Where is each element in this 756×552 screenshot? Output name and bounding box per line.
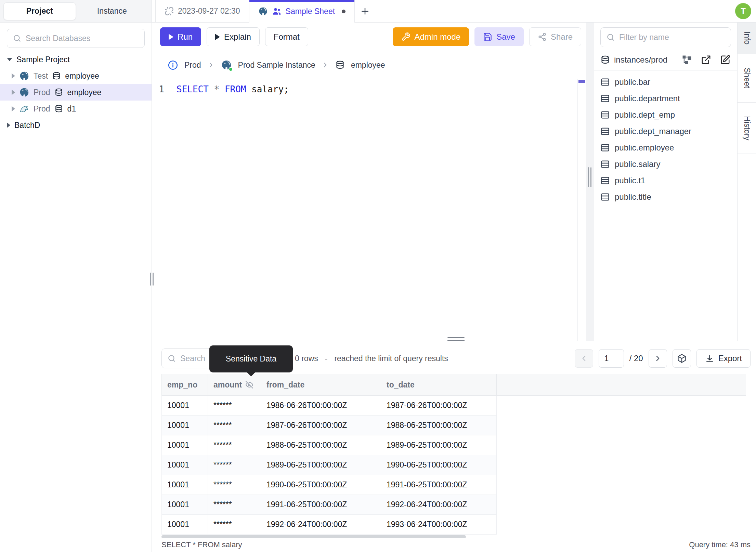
- tab-instance[interactable]: Instance: [76, 2, 148, 20]
- project-label: Sample Project: [16, 55, 70, 64]
- caret-down-icon: [7, 58, 12, 61]
- environment-label: Prod: [34, 88, 50, 97]
- postgres-icon: [19, 71, 29, 81]
- right-resize-handle[interactable]: [588, 167, 591, 187]
- table-list-item[interactable]: public.dept_manager: [594, 123, 737, 140]
- breadcrumb: Prod Prod Sample Instance employee: [152, 51, 577, 79]
- chevron-left-icon: [579, 354, 588, 363]
- chevron-right-icon: [322, 61, 329, 69]
- avatar[interactable]: T: [735, 3, 751, 19]
- breadcrumb-database[interactable]: employee: [351, 61, 385, 70]
- page-number-input[interactable]: [599, 349, 624, 368]
- new-tab-button[interactable]: [355, 0, 375, 22]
- external-link-icon[interactable]: [701, 55, 711, 65]
- unlink-icon: [165, 6, 174, 16]
- column-header-emp-no[interactable]: emp_no: [162, 374, 208, 395]
- table-list: public.bar public.department public.dept…: [594, 70, 737, 205]
- table-filter-input[interactable]: [619, 33, 725, 42]
- tab-label: 2023-09-27 02:30: [178, 6, 240, 16]
- tree-node-database-selected[interactable]: Prod employee: [0, 84, 152, 101]
- format-button[interactable]: Format: [265, 27, 308, 46]
- sql-editor[interactable]: 1 SELECT * FROM salary;: [152, 79, 577, 341]
- table-icon: [600, 192, 610, 202]
- database-icon: [54, 104, 63, 113]
- download-icon: [705, 354, 714, 363]
- left-resize-handle[interactable]: [150, 273, 154, 286]
- database-icon: [600, 55, 610, 65]
- tab-sheet[interactable]: Sheet: [738, 54, 756, 103]
- side-tab-strip: Info Sheet History: [737, 23, 756, 341]
- tab-project[interactable]: Project: [3, 2, 76, 20]
- caret-right-icon: [7, 122, 10, 128]
- package-icon: [677, 354, 687, 363]
- executed-query-text: SELECT * FROM salary: [161, 540, 242, 549]
- column-header-to-date[interactable]: to_date: [381, 374, 497, 395]
- fetch-options-button[interactable]: [673, 349, 691, 368]
- column-header-from-date[interactable]: from_date: [261, 374, 381, 395]
- admin-mode-button[interactable]: Admin mode: [393, 27, 469, 46]
- table-row: 10001******1989-06-25T00:00:00Z1990-06-2…: [162, 455, 497, 475]
- rows-info: 0 rows - reached the limit of query resu…: [295, 349, 448, 368]
- horizontal-scrollbar[interactable]: [161, 535, 466, 538]
- table-list-item[interactable]: public.dept_emp: [594, 107, 737, 123]
- breadcrumb-instance[interactable]: Prod Sample Instance: [238, 61, 315, 70]
- share-button[interactable]: Share: [529, 27, 581, 46]
- search-icon: [606, 33, 615, 42]
- table-icon: [600, 77, 610, 87]
- tab-info[interactable]: Info: [738, 23, 756, 54]
- users-icon: [272, 6, 282, 16]
- table-filter[interactable]: [600, 27, 731, 47]
- search-icon: [167, 354, 176, 363]
- wrench-icon: [401, 32, 410, 41]
- instance-icon-wrap: [221, 60, 232, 70]
- search-icon: [13, 34, 22, 43]
- table-body: 10001******1986-06-26T00:00:00Z1987-06-2…: [161, 396, 497, 535]
- save-button[interactable]: Save: [474, 27, 524, 46]
- code-line: 1 SELECT * FROM salary;: [152, 79, 577, 94]
- table-list-item[interactable]: public.bar: [594, 74, 737, 90]
- tree-node-database[interactable]: Prod d1: [0, 101, 152, 117]
- tree-node-batchd[interactable]: BatchD: [0, 117, 152, 133]
- plus-icon: [360, 6, 370, 16]
- table-icon: [600, 143, 610, 153]
- database-search-input[interactable]: [26, 34, 139, 43]
- table-list-item[interactable]: public.department: [594, 90, 737, 107]
- info-icon[interactable]: [168, 60, 178, 70]
- table-list-item[interactable]: public.salary: [594, 156, 737, 172]
- tab-history[interactable]: History: [738, 103, 756, 154]
- tree-node-sample-project[interactable]: Sample Project: [0, 51, 152, 68]
- table-icon: [600, 159, 610, 169]
- results-status-bar: SELECT * FROM salary Query time: 43 ms: [161, 539, 751, 551]
- caret-right-icon: [12, 106, 15, 111]
- tab-sample-sheet[interactable]: Sample Sheet: [249, 0, 355, 23]
- table-list-item[interactable]: public.t1: [594, 172, 737, 189]
- schema-diagram-icon[interactable]: [682, 55, 692, 65]
- column-header-amount[interactable]: amount: [208, 374, 261, 395]
- save-icon: [483, 32, 492, 41]
- table-list-item[interactable]: public.employee: [594, 140, 737, 156]
- database-search[interactable]: [7, 29, 145, 48]
- breadcrumb-environment[interactable]: Prod: [184, 61, 201, 70]
- editor-overview-ruler[interactable]: [577, 79, 586, 341]
- query-time: Query time: 43 ms: [689, 540, 751, 549]
- postgres-icon: [19, 87, 29, 97]
- table-list-item[interactable]: public.title: [594, 189, 737, 205]
- environment-label: Test: [34, 71, 48, 81]
- tab-adhoc-sheet[interactable]: 2023-09-27 02:30: [155, 0, 249, 22]
- table-row: 10001******1987-06-26T00:00:00Z1988-06-2…: [162, 416, 497, 435]
- mysql-icon: [19, 104, 29, 114]
- edit-icon[interactable]: [720, 55, 730, 65]
- table-row: 10001******1992-06-24T00:00:00Z1993-06-2…: [162, 515, 497, 535]
- explain-button[interactable]: Explain: [207, 27, 260, 46]
- database-icon: [52, 71, 61, 80]
- line-number: 1: [152, 84, 177, 94]
- export-button[interactable]: Export: [696, 349, 751, 368]
- results-table: emp_no amount from_date to_date 10001***…: [161, 374, 746, 535]
- tab-label: Sample Sheet: [286, 7, 335, 16]
- tree-node-database[interactable]: Test employee: [0, 68, 152, 84]
- next-page-button[interactable]: [649, 349, 667, 368]
- database-label: employee: [65, 71, 99, 81]
- run-button[interactable]: Run: [160, 27, 201, 46]
- rows-limit-note: reached the limit of query results: [334, 354, 448, 363]
- prev-page-button[interactable]: [575, 349, 593, 368]
